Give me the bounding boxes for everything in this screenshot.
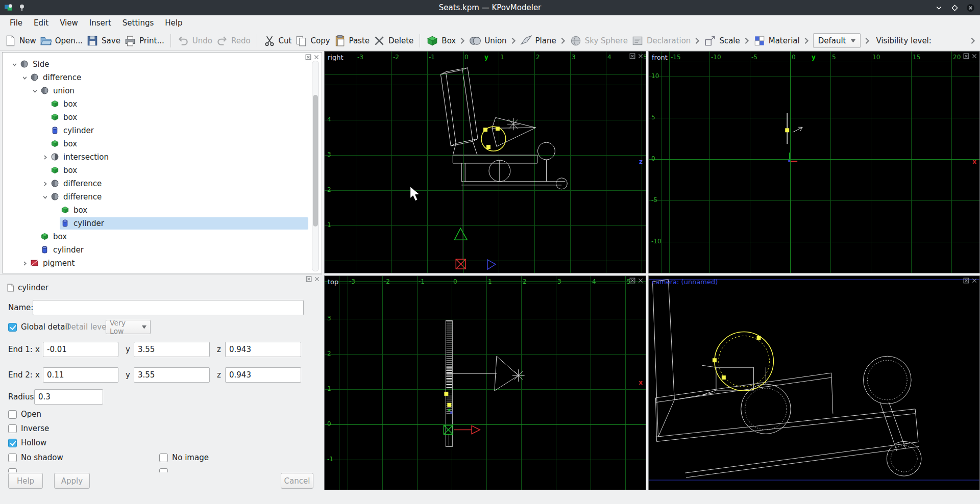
undock-panel-icon[interactable] <box>629 53 635 59</box>
tree-item-body[interactable]: box <box>50 98 308 110</box>
toolbar-material-button[interactable]: Material <box>753 35 800 47</box>
end2-y-input[interactable] <box>134 367 210 383</box>
tree-item-body[interactable]: cylinder <box>39 244 308 256</box>
menu-edit[interactable]: Edit <box>28 15 54 31</box>
tree-item-cylinder[interactable]: cylinder <box>3 243 322 257</box>
detail-level-select[interactable]: Very Low <box>106 320 151 334</box>
toolbar-new-button[interactable]: New <box>4 35 36 47</box>
tree-item-box[interactable]: box <box>3 204 322 217</box>
tree-item-body[interactable]: difference <box>50 191 308 203</box>
undock-panel-icon[interactable] <box>963 53 969 59</box>
help-button[interactable]: Help <box>8 473 43 489</box>
tree-item-body[interactable]: box <box>60 204 308 216</box>
tree-item-box[interactable]: box <box>3 97 322 111</box>
viewport-front[interactable]: front -15-10-5051015201050-5-10yx <box>648 51 980 273</box>
undock-panel-icon[interactable] <box>963 278 969 284</box>
close-panel-icon[interactable] <box>313 54 320 60</box>
tree-item-body[interactable]: Side <box>19 58 308 70</box>
tree-item-side[interactable]: Side <box>3 58 322 71</box>
expander-closed-icon[interactable] <box>40 179 50 188</box>
toolbar-delete-button[interactable]: Delete <box>373 35 413 47</box>
toolbar-print-button[interactable]: Print... <box>124 35 164 47</box>
tree-item-box[interactable]: box <box>3 230 322 243</box>
toolbar-scale-button[interactable]: Scale <box>704 35 740 47</box>
toolbar-save-button[interactable]: Save <box>86 35 120 47</box>
open-checkbox[interactable] <box>8 410 17 419</box>
menu-settings[interactable]: Settings <box>117 15 160 31</box>
selection-handle[interactable] <box>785 128 789 132</box>
tree-item-body[interactable]: difference <box>50 178 308 190</box>
toolbar-plane-button[interactable]: Plane <box>520 35 556 47</box>
tree-item-body[interactable]: pigment <box>29 257 308 269</box>
toolbar-overflow-arrow[interactable] <box>560 37 566 45</box>
name-input[interactable] <box>33 300 304 315</box>
toolbar-overflow-arrow[interactable] <box>744 37 750 45</box>
toolbar-overflow-arrow[interactable] <box>510 37 517 45</box>
viewport-camera[interactable]: camera: (unnamed) <box>648 275 980 490</box>
menu-insert[interactable]: Insert <box>84 15 117 31</box>
tree-item-box[interactable]: box <box>3 164 322 177</box>
toolbar-overflow-arrow[interactable] <box>864 37 870 45</box>
tree-item-cylinder[interactable]: cylinder <box>3 124 322 137</box>
close-button[interactable] <box>966 4 975 12</box>
tree-scrollbar[interactable] <box>312 61 319 271</box>
expander-closed-icon[interactable] <box>40 153 50 162</box>
menu-view[interactable]: View <box>54 15 84 31</box>
tree-item-difference[interactable]: difference <box>3 177 322 190</box>
tree-item-body[interactable]: intersection <box>50 151 308 163</box>
end1-z-input[interactable] <box>225 342 301 357</box>
toolbar-overflow-arrow[interactable] <box>803 37 810 45</box>
tree-item-body[interactable]: box <box>50 164 308 177</box>
cancel-button[interactable]: Cancel <box>281 473 313 489</box>
toolbar-sky-sphere-button[interactable]: Sky Sphere <box>570 35 628 47</box>
expander-open-icon[interactable] <box>20 73 29 82</box>
toolbar-cut-button[interactable]: Cut <box>263 35 292 47</box>
tree-item-body[interactable]: cylinder <box>60 217 308 230</box>
toolbar-undo-button[interactable]: Undo <box>177 35 212 47</box>
expander-closed-icon[interactable] <box>20 259 29 268</box>
no-shadow-checkbox[interactable] <box>8 453 17 462</box>
toolbar-open-button[interactable]: Open... <box>40 35 83 47</box>
tree-item-box[interactable]: box <box>3 111 322 124</box>
viewport-right[interactable]: right -3-2-10123454321yz <box>324 51 646 273</box>
selection-handle[interactable] <box>444 392 448 396</box>
tree-scrollbar-thumb[interactable] <box>313 95 318 226</box>
tree-item-body[interactable]: box <box>50 138 308 150</box>
close-panel-icon[interactable] <box>638 278 644 284</box>
toolbar-copy-button[interactable]: Copy <box>295 35 330 47</box>
toolbar-overflow-arrow[interactable] <box>459 37 465 45</box>
undock-panel-icon[interactable] <box>306 276 312 282</box>
minimize-button[interactable] <box>935 4 943 12</box>
tree-item-box[interactable]: box <box>3 137 322 150</box>
clipped-checkbox[interactable] <box>8 468 17 472</box>
menu-file[interactable]: File <box>4 15 28 31</box>
close-panel-icon[interactable] <box>314 276 320 282</box>
hollow-checkbox[interactable] <box>8 439 17 447</box>
menu-help[interactable]: Help <box>159 15 188 31</box>
inverse-checkbox[interactable] <box>8 424 17 433</box>
tree-item-difference[interactable]: difference <box>3 71 322 84</box>
expander-open-icon[interactable] <box>30 86 39 95</box>
tree-item-union[interactable]: union <box>3 84 322 97</box>
selection-handle[interactable] <box>447 403 451 407</box>
expander-open-icon[interactable] <box>40 192 50 201</box>
toolbar-redo-button[interactable]: Redo <box>216 35 251 47</box>
apply-button[interactable]: Apply <box>54 473 90 489</box>
tree-item-pigment[interactable]: pigment <box>3 257 322 270</box>
pin-icon[interactable] <box>17 3 27 12</box>
red-arrow-handle[interactable] <box>454 426 480 434</box>
undock-panel-icon[interactable] <box>305 54 311 60</box>
end1-y-input[interactable] <box>134 342 210 357</box>
close-panel-icon[interactable] <box>638 53 644 59</box>
maximize-button[interactable] <box>950 4 959 12</box>
tree-item-intersection[interactable]: intersection <box>3 150 322 164</box>
close-panel-icon[interactable] <box>971 53 977 59</box>
tree-item-body[interactable]: union <box>39 85 308 97</box>
tree-item-body[interactable]: box <box>50 111 308 123</box>
toolbar-overflow-arrow[interactable] <box>970 37 976 45</box>
tree-item-body[interactable]: difference <box>29 71 308 84</box>
end2-z-input[interactable] <box>225 367 301 383</box>
no-image-checkbox[interactable] <box>159 453 168 462</box>
clipped-checkbox[interactable] <box>159 468 168 472</box>
green-triangle-handle[interactable] <box>454 228 467 240</box>
